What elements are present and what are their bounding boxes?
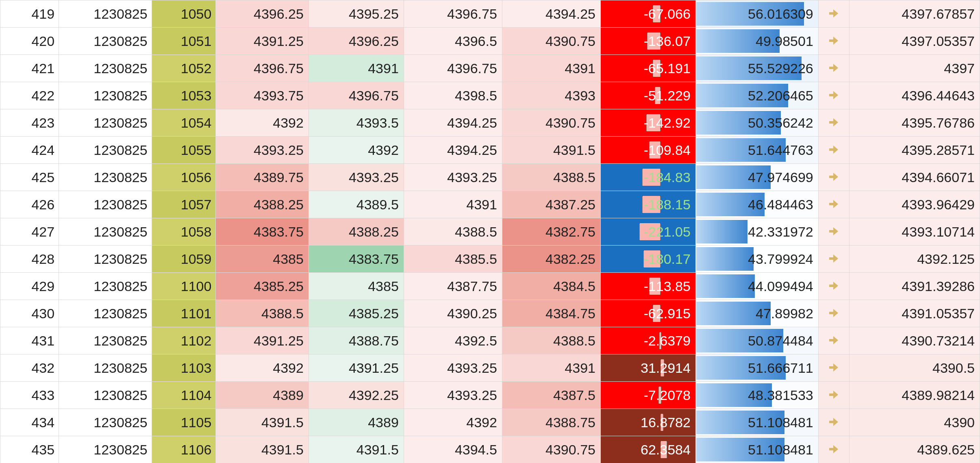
low-cell[interactable]: 4393 — [502, 82, 600, 109]
time-cell[interactable]: 1058 — [152, 218, 216, 246]
indicator-cell[interactable]: -184.83 — [600, 164, 695, 191]
rsi-cell[interactable]: 49.98501 — [695, 28, 818, 55]
date-cell[interactable]: 1230825 — [59, 409, 152, 436]
open-cell[interactable]: 4391.5 — [216, 409, 309, 436]
avg-cell[interactable]: 4391.05357 — [849, 300, 980, 327]
date-cell[interactable]: 1230825 — [59, 137, 152, 164]
table-row[interactable]: 420123082510514391.254396.254396.54390.7… — [0, 28, 980, 55]
date-cell[interactable]: 1230825 — [59, 246, 152, 273]
open-cell[interactable]: 4385.25 — [216, 273, 309, 300]
open-cell[interactable]: 4388.25 — [216, 191, 309, 218]
low-cell[interactable]: 4384.5 — [502, 273, 600, 300]
low-cell[interactable]: 4387.25 — [502, 191, 600, 218]
indicator-cell[interactable]: -67.066 — [600, 0, 695, 28]
time-cell[interactable]: 1100 — [152, 273, 216, 300]
close-cell[interactable]: 4391 — [309, 55, 404, 82]
rsi-cell[interactable]: 52.206465 — [695, 82, 818, 109]
low-cell[interactable]: 4391 — [502, 354, 600, 382]
indicator-cell[interactable]: -136.07 — [600, 28, 695, 55]
close-cell[interactable]: 4385.25 — [309, 300, 404, 327]
avg-cell[interactable]: 4389.98214 — [849, 382, 980, 409]
row-number-cell[interactable]: 425 — [0, 164, 59, 191]
table-row[interactable]: 424123082510554393.2543924394.254391.5-1… — [0, 137, 980, 164]
low-cell[interactable]: 4382.25 — [502, 246, 600, 273]
table-row[interactable]: 421123082510524396.7543914396.754391-65.… — [0, 55, 980, 82]
high-cell[interactable]: 4394.25 — [404, 137, 502, 164]
avg-cell[interactable]: 4390 — [849, 409, 980, 436]
date-cell[interactable]: 1230825 — [59, 354, 152, 382]
open-cell[interactable]: 4393.75 — [216, 82, 309, 109]
avg-cell[interactable]: 4390.5 — [849, 354, 980, 382]
avg-cell[interactable]: 4391.39286 — [849, 273, 980, 300]
time-cell[interactable]: 1051 — [152, 28, 216, 55]
rsi-cell[interactable]: 50.874484 — [695, 327, 818, 354]
low-cell[interactable]: 4384.75 — [502, 300, 600, 327]
avg-cell[interactable]: 4390.73214 — [849, 327, 980, 354]
close-cell[interactable]: 4391.25 — [309, 354, 404, 382]
close-cell[interactable]: 4393.25 — [309, 164, 404, 191]
time-cell[interactable]: 1101 — [152, 300, 216, 327]
rsi-cell[interactable]: 42.331972 — [695, 218, 818, 246]
low-cell[interactable]: 4390.75 — [502, 109, 600, 137]
open-cell[interactable]: 4389.75 — [216, 164, 309, 191]
open-cell[interactable]: 4396.25 — [216, 0, 309, 28]
date-cell[interactable]: 1230825 — [59, 164, 152, 191]
indicator-cell[interactable]: 62.3584 — [600, 436, 695, 463]
table-row[interactable]: 425123082510564389.754393.254393.254388.… — [0, 164, 980, 191]
close-cell[interactable]: 4389 — [309, 409, 404, 436]
close-cell[interactable]: 4396.25 — [309, 28, 404, 55]
rsi-cell[interactable]: 55.529226 — [695, 55, 818, 82]
row-number-cell[interactable]: 434 — [0, 409, 59, 436]
high-cell[interactable]: 4396.5 — [404, 28, 502, 55]
row-number-cell[interactable]: 421 — [0, 55, 59, 82]
high-cell[interactable]: 4396.75 — [404, 55, 502, 82]
date-cell[interactable]: 1230825 — [59, 327, 152, 354]
high-cell[interactable]: 4393.25 — [404, 382, 502, 409]
date-cell[interactable]: 1230825 — [59, 109, 152, 137]
avg-cell[interactable]: 4393.96429 — [849, 191, 980, 218]
rsi-cell[interactable]: 51.108481 — [695, 436, 818, 463]
row-number-cell[interactable]: 435 — [0, 436, 59, 463]
time-cell[interactable]: 1056 — [152, 164, 216, 191]
table-row[interactable]: 426123082510574388.254389.543914387.25-1… — [0, 191, 980, 218]
date-cell[interactable]: 1230825 — [59, 0, 152, 28]
close-cell[interactable]: 4396.75 — [309, 82, 404, 109]
high-cell[interactable]: 4394.5 — [404, 436, 502, 463]
table-row[interactable]: 4321230825110343924391.254393.25439131.2… — [0, 354, 980, 382]
row-number-cell[interactable]: 424 — [0, 137, 59, 164]
close-cell[interactable]: 4388.75 — [309, 327, 404, 354]
rsi-cell[interactable]: 46.484463 — [695, 191, 818, 218]
row-number-cell[interactable]: 428 — [0, 246, 59, 273]
indicator-cell[interactable]: -188.15 — [600, 191, 695, 218]
rsi-cell[interactable]: 47.974699 — [695, 164, 818, 191]
data-table[interactable]: 419123082510504396.254395.254396.754394.… — [0, 0, 980, 463]
close-cell[interactable]: 4395.25 — [309, 0, 404, 28]
high-cell[interactable]: 4392 — [404, 409, 502, 436]
low-cell[interactable]: 4394.25 — [502, 0, 600, 28]
high-cell[interactable]: 4385.5 — [404, 246, 502, 273]
row-number-cell[interactable]: 423 — [0, 109, 59, 137]
avg-cell[interactable]: 4396.44643 — [849, 82, 980, 109]
indicator-cell[interactable]: -142.92 — [600, 109, 695, 137]
indicator-cell[interactable]: -113.85 — [600, 273, 695, 300]
time-cell[interactable]: 1050 — [152, 0, 216, 28]
close-cell[interactable]: 4383.75 — [309, 246, 404, 273]
indicator-cell[interactable]: -2.6379 — [600, 327, 695, 354]
date-cell[interactable]: 1230825 — [59, 436, 152, 463]
indicator-cell[interactable]: 16.8782 — [600, 409, 695, 436]
avg-cell[interactable]: 4389.625 — [849, 436, 980, 463]
date-cell[interactable]: 1230825 — [59, 382, 152, 409]
low-cell[interactable]: 4391 — [502, 55, 600, 82]
time-cell[interactable]: 1057 — [152, 191, 216, 218]
row-number-cell[interactable]: 427 — [0, 218, 59, 246]
avg-cell[interactable]: 4395.76786 — [849, 109, 980, 137]
row-number-cell[interactable]: 419 — [0, 0, 59, 28]
time-cell[interactable]: 1104 — [152, 382, 216, 409]
close-cell[interactable]: 4393.5 — [309, 109, 404, 137]
rsi-cell[interactable]: 51.108481 — [695, 409, 818, 436]
table-row[interactable]: 427123082510584383.754388.254388.54382.7… — [0, 218, 980, 246]
high-cell[interactable]: 4390.25 — [404, 300, 502, 327]
high-cell[interactable]: 4393.25 — [404, 354, 502, 382]
avg-cell[interactable]: 4394.66071 — [849, 164, 980, 191]
table-row[interactable]: 4331230825110443894392.254393.254387.5-7… — [0, 382, 980, 409]
